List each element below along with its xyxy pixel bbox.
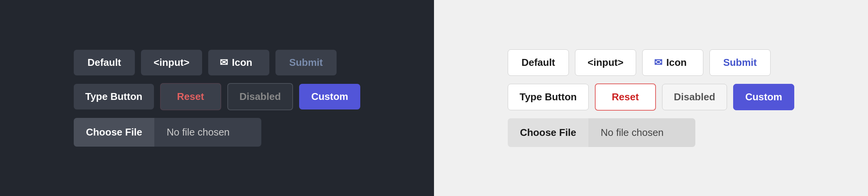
light-file-name: No file chosen [588,118,695,147]
dark-icon-button[interactable]: ✉ Icon [208,50,269,75]
light-type-button[interactable]: Type Button [508,84,589,110]
dark-file-row: Choose File No file chosen [74,118,360,147]
dark-file-input: Choose File No file chosen [74,118,261,147]
light-file-input: Choose File No file chosen [508,118,695,147]
light-row-2: Type Button Reset Disabled Custom [508,83,794,111]
dark-reset-button[interactable]: Reset [160,83,221,110]
envelope-icon: ✉ [220,57,228,69]
light-default-button[interactable]: Default [508,49,569,76]
dark-panel: Default <input> ✉ Icon Submit Type Butto… [0,0,434,196]
light-envelope-icon: ✉ [654,57,662,69]
dark-type-button[interactable]: Type Button [74,84,154,109]
dark-default-button[interactable]: Default [74,50,135,75]
light-input-button[interactable]: <input> [575,49,636,76]
dark-row-2: Type Button Reset Disabled Custom [74,83,360,110]
light-icon-label: Icon [666,57,687,69]
light-row-1: Default <input> ✉ Icon Submit [508,49,794,76]
dark-choose-file-button[interactable]: Choose File [74,118,154,147]
light-custom-button[interactable]: Custom [733,84,794,110]
light-disabled-button: Disabled [662,84,727,110]
dark-file-name: No file chosen [154,118,261,147]
light-panel: Default <input> ✉ Icon Submit Type Butto… [434,0,868,196]
dark-button-grid: Default <input> ✉ Icon Submit Type Butto… [74,50,360,147]
light-choose-file-button[interactable]: Choose File [508,118,588,147]
dark-disabled-button: Disabled [227,83,293,110]
dark-icon-label: Icon [232,57,252,69]
dark-input-button[interactable]: <input> [141,50,202,75]
light-reset-button[interactable]: Reset [595,83,656,111]
dark-row-1: Default <input> ✉ Icon Submit [74,50,360,75]
light-submit-button[interactable]: Submit [709,49,771,76]
dark-custom-button[interactable]: Custom [299,84,360,109]
light-button-grid: Default <input> ✉ Icon Submit Type Butto… [508,49,794,147]
dark-submit-button[interactable]: Submit [275,50,337,75]
light-file-row: Choose File No file chosen [508,118,794,147]
light-icon-button[interactable]: ✉ Icon [642,49,703,76]
